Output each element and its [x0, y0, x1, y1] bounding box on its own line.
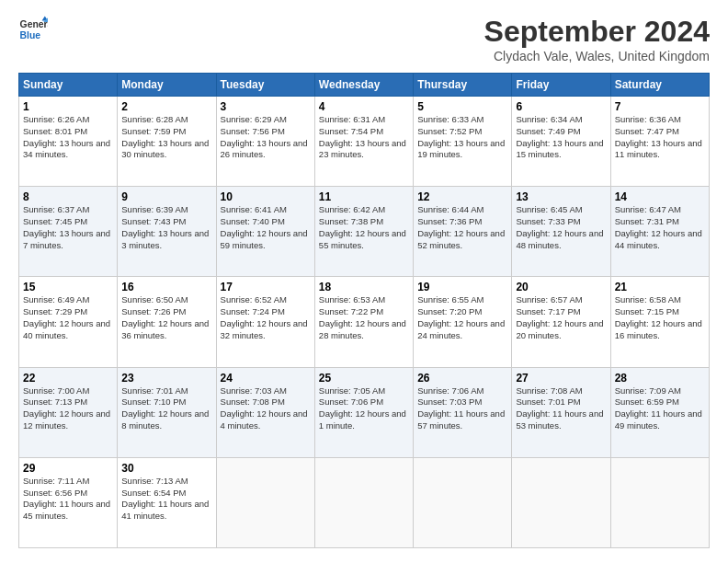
table-cell: 20 Sunrise: 6:57 AM Sunset: 7:17 PM Dayl… [512, 277, 610, 367]
day-number: 26 [417, 372, 507, 385]
day-info: Sunrise: 6:53 AM Sunset: 7:22 PM Dayligh… [319, 294, 409, 341]
day-number: 13 [516, 190, 606, 203]
table-cell: 21 Sunrise: 6:58 AM Sunset: 7:15 PM Dayl… [610, 277, 709, 367]
day-number: 10 [221, 190, 311, 203]
day-number: 27 [516, 372, 606, 385]
table-cell: 4 Sunrise: 6:31 AM Sunset: 7:54 PM Dayli… [314, 97, 413, 187]
calendar-header-row: Sunday Monday Tuesday Wednesday Thursday… [19, 74, 710, 97]
location: Clydach Vale, Wales, United Kingdom [484, 49, 710, 63]
table-cell: 24 Sunrise: 7:03 AM Sunset: 7:08 PM Dayl… [216, 367, 314, 457]
svg-text:General: General [20, 19, 48, 29]
table-cell: 16 Sunrise: 6:50 AM Sunset: 7:26 PM Dayl… [118, 277, 216, 367]
calendar-table: Sunday Monday Tuesday Wednesday Thursday… [18, 73, 710, 548]
day-number: 17 [221, 281, 311, 293]
table-cell [216, 457, 314, 547]
day-info: Sunrise: 7:05 AM Sunset: 7:06 PM Dayligh… [319, 385, 409, 432]
day-info: Sunrise: 7:09 AM Sunset: 6:59 PM Dayligh… [615, 385, 705, 432]
table-cell: 17 Sunrise: 6:52 AM Sunset: 7:24 PM Dayl… [216, 277, 314, 367]
day-number: 19 [417, 281, 507, 293]
week-row-4: 22 Sunrise: 7:00 AM Sunset: 7:13 PM Dayl… [19, 367, 710, 457]
day-number: 8 [23, 190, 113, 203]
header-friday: Friday [512, 74, 610, 97]
day-number: 14 [615, 190, 705, 203]
table-cell: 11 Sunrise: 6:42 AM Sunset: 7:38 PM Dayl… [314, 187, 413, 277]
day-info: Sunrise: 7:06 AM Sunset: 7:03 PM Dayligh… [417, 385, 507, 432]
table-cell [512, 457, 610, 547]
day-number: 4 [319, 100, 409, 113]
table-cell: 10 Sunrise: 6:41 AM Sunset: 7:40 PM Dayl… [216, 187, 314, 277]
day-number: 15 [23, 281, 113, 293]
header-wednesday: Wednesday [314, 74, 413, 97]
header-thursday: Thursday [414, 74, 512, 97]
day-info: Sunrise: 6:50 AM Sunset: 7:26 PM Dayligh… [121, 294, 211, 341]
table-cell: 8 Sunrise: 6:37 AM Sunset: 7:45 PM Dayli… [19, 187, 118, 277]
day-number: 30 [121, 462, 211, 475]
day-number: 12 [417, 190, 507, 203]
week-row-2: 8 Sunrise: 6:37 AM Sunset: 7:45 PM Dayli… [19, 187, 710, 277]
table-cell: 25 Sunrise: 7:05 AM Sunset: 7:06 PM Dayl… [314, 367, 413, 457]
day-number: 29 [23, 462, 113, 475]
day-info: Sunrise: 6:33 AM Sunset: 7:52 PM Dayligh… [417, 114, 507, 161]
day-number: 24 [221, 372, 311, 385]
table-cell: 7 Sunrise: 6:36 AM Sunset: 7:47 PM Dayli… [610, 97, 709, 187]
page: General Blue September 2024 Clydach Vale… [0, 0, 728, 563]
table-cell: 9 Sunrise: 6:39 AM Sunset: 7:43 PM Dayli… [118, 187, 216, 277]
day-info: Sunrise: 6:55 AM Sunset: 7:20 PM Dayligh… [417, 294, 507, 341]
day-number: 23 [121, 372, 211, 385]
table-cell: 13 Sunrise: 6:45 AM Sunset: 7:33 PM Dayl… [512, 187, 610, 277]
day-info: Sunrise: 6:41 AM Sunset: 7:40 PM Dayligh… [221, 204, 311, 251]
day-number: 25 [319, 372, 409, 385]
day-info: Sunrise: 6:26 AM Sunset: 8:01 PM Dayligh… [23, 114, 113, 161]
day-number: 16 [121, 281, 211, 293]
day-number: 3 [221, 100, 311, 113]
day-number: 9 [121, 190, 211, 203]
table-cell [414, 457, 512, 547]
header: General Blue September 2024 Clydach Vale… [18, 15, 710, 63]
day-number: 21 [615, 281, 705, 293]
day-number: 28 [615, 372, 705, 385]
table-cell: 30 Sunrise: 7:13 AM Sunset: 6:54 PM Dayl… [118, 457, 216, 547]
header-tuesday: Tuesday [216, 74, 314, 97]
day-number: 7 [615, 100, 705, 113]
day-info: Sunrise: 6:49 AM Sunset: 7:29 PM Dayligh… [23, 294, 113, 341]
table-cell: 27 Sunrise: 7:08 AM Sunset: 7:01 PM Dayl… [512, 367, 610, 457]
table-cell: 3 Sunrise: 6:29 AM Sunset: 7:56 PM Dayli… [216, 97, 314, 187]
table-cell [610, 457, 709, 547]
day-info: Sunrise: 6:47 AM Sunset: 7:31 PM Dayligh… [615, 204, 705, 251]
table-cell: 18 Sunrise: 6:53 AM Sunset: 7:22 PM Dayl… [314, 277, 413, 367]
day-number: 1 [23, 100, 113, 113]
day-info: Sunrise: 6:28 AM Sunset: 7:59 PM Dayligh… [121, 114, 211, 161]
day-number: 22 [23, 372, 113, 385]
day-info: Sunrise: 6:37 AM Sunset: 7:45 PM Dayligh… [23, 204, 113, 251]
day-number: 6 [516, 100, 606, 113]
day-info: Sunrise: 6:57 AM Sunset: 7:17 PM Dayligh… [516, 294, 606, 341]
day-info: Sunrise: 6:36 AM Sunset: 7:47 PM Dayligh… [615, 114, 705, 161]
day-number: 2 [121, 100, 211, 113]
day-info: Sunrise: 6:45 AM Sunset: 7:33 PM Dayligh… [516, 204, 606, 251]
week-row-1: 1 Sunrise: 6:26 AM Sunset: 8:01 PM Dayli… [19, 97, 710, 187]
day-info: Sunrise: 7:03 AM Sunset: 7:08 PM Dayligh… [221, 385, 311, 432]
table-cell: 1 Sunrise: 6:26 AM Sunset: 8:01 PM Dayli… [19, 97, 118, 187]
day-info: Sunrise: 6:29 AM Sunset: 7:56 PM Dayligh… [221, 114, 311, 161]
table-cell: 2 Sunrise: 6:28 AM Sunset: 7:59 PM Dayli… [118, 97, 216, 187]
svg-text:Blue: Blue [20, 30, 41, 40]
table-cell: 29 Sunrise: 7:11 AM Sunset: 6:56 PM Dayl… [19, 457, 118, 547]
day-info: Sunrise: 7:08 AM Sunset: 7:01 PM Dayligh… [516, 385, 606, 432]
table-cell: 12 Sunrise: 6:44 AM Sunset: 7:36 PM Dayl… [414, 187, 512, 277]
header-monday: Monday [118, 74, 216, 97]
day-number: 5 [417, 100, 507, 113]
table-cell: 6 Sunrise: 6:34 AM Sunset: 7:49 PM Dayli… [512, 97, 610, 187]
day-info: Sunrise: 7:01 AM Sunset: 7:10 PM Dayligh… [121, 385, 211, 432]
day-info: Sunrise: 7:13 AM Sunset: 6:54 PM Dayligh… [121, 476, 211, 523]
title-block: September 2024 Clydach Vale, Wales, Unit… [484, 15, 710, 63]
day-info: Sunrise: 6:39 AM Sunset: 7:43 PM Dayligh… [121, 204, 211, 251]
table-cell: 15 Sunrise: 6:49 AM Sunset: 7:29 PM Dayl… [19, 277, 118, 367]
table-cell: 23 Sunrise: 7:01 AM Sunset: 7:10 PM Dayl… [118, 367, 216, 457]
logo-icon: General Blue [18, 15, 48, 44]
day-info: Sunrise: 6:52 AM Sunset: 7:24 PM Dayligh… [221, 294, 311, 341]
table-cell: 5 Sunrise: 6:33 AM Sunset: 7:52 PM Dayli… [414, 97, 512, 187]
day-info: Sunrise: 6:34 AM Sunset: 7:49 PM Dayligh… [516, 114, 606, 161]
table-cell [314, 457, 413, 547]
day-info: Sunrise: 6:44 AM Sunset: 7:36 PM Dayligh… [417, 204, 507, 251]
header-saturday: Saturday [610, 74, 709, 97]
